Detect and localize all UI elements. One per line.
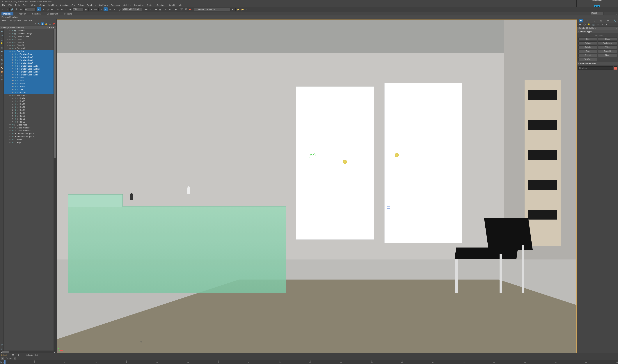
user-name[interactable]: tgmwnps: [592, 0, 602, 1]
more-icon[interactable]: »: [245, 7, 249, 12]
primitive-geosphere-button[interactable]: GeoSphere: [598, 41, 617, 45]
visibility-icon[interactable]: 👁: [9, 142, 11, 143]
angle-snap-icon[interactable]: ∠: [103, 7, 108, 12]
tree-row[interactable]: 👁❄□FurnitureDoor: [4, 53, 56, 56]
ribbon-panel-label[interactable]: Polygon Modeling: [0, 15, 618, 19]
freeze-icon[interactable]: ❄: [14, 62, 17, 64]
freeze-icon[interactable]: ❄: [14, 71, 17, 73]
menu-file[interactable]: File: [1, 4, 7, 7]
freeze-icon[interactable]: ❄: [11, 124, 14, 126]
tree-row[interactable]: ▸👁❄◇Chair01*: [4, 41, 56, 44]
explorer-filter-icon[interactable]: ▼: [41, 23, 44, 26]
track-prev-icon[interactable]: ◂: [1, 357, 4, 360]
freeze-icon[interactable]: ❄: [14, 68, 17, 70]
tree-row[interactable]: 👁❄◯Glass vase*: [4, 123, 56, 126]
freeze-icon[interactable]: ❄: [11, 41, 14, 44]
layer-stack-icon[interactable]: ≣: [11, 353, 15, 356]
tree-row[interactable]: 👁❄□Box15: [4, 100, 56, 103]
tree-row[interactable]: 👁❄✷PhotometricLight002*: [4, 135, 56, 138]
subtab-systems-icon[interactable]: ✱: [605, 23, 608, 26]
tree-row[interactable]: 👁❄□Box22: [4, 120, 56, 123]
visibility-icon[interactable]: 👁: [11, 59, 14, 61]
link-icon[interactable]: 🔗: [10, 7, 14, 12]
visibility-icon[interactable]: 👁: [11, 71, 14, 73]
subtab-cameras-icon[interactable]: 📷: [592, 23, 595, 26]
primitive-plane-button[interactable]: Plane: [598, 53, 617, 57]
window-crossing-icon[interactable]: ⊞: [50, 7, 54, 12]
tree-row[interactable]: 👁❄□Shelf4: [4, 82, 56, 85]
primitive-teapot-button[interactable]: Teapot: [579, 53, 597, 57]
menu-graph-editors[interactable]: Graph Editors: [70, 4, 86, 7]
visibility-icon[interactable]: 👁: [11, 91, 14, 93]
ribbon-tab-populate[interactable]: Populate: [62, 12, 74, 15]
filter-hidden-icon[interactable]: 👁: [0, 78, 3, 81]
visibility-icon[interactable]: 👁: [11, 121, 14, 123]
freeze-icon[interactable]: ❄: [11, 141, 14, 144]
visibility-icon[interactable]: 👁: [11, 89, 14, 91]
menu-group[interactable]: Group: [21, 4, 30, 7]
layer-add-icon[interactable]: ⊞: [17, 353, 21, 356]
tab-utilities-icon[interactable]: 🔧: [613, 19, 617, 23]
freeze-icon[interactable]: ❄: [14, 91, 17, 94]
visibility-icon[interactable]: 👁: [9, 124, 11, 126]
ribbon-tab-freeform[interactable]: Freeform: [16, 12, 28, 15]
ribbon-collapse-icon[interactable]: ⏷: [615, 13, 618, 15]
tree-row[interactable]: 👁❄□Bottom: [4, 91, 56, 94]
tree-row[interactable]: 👁❄□FurnitureDoorHandle4: [4, 73, 56, 76]
object-name-input[interactable]: [579, 66, 613, 70]
freeze-icon[interactable]: ❄: [11, 130, 14, 132]
freeze-icon[interactable]: ❄: [14, 121, 17, 123]
tree-row[interactable]: 👁❄□Box20: [4, 115, 56, 117]
tree-row[interactable]: 👁❄☀Daylight01*: [4, 47, 56, 50]
tree-row[interactable]: 👁❄□Glass window 2: [4, 129, 56, 132]
filter-frozen-icon[interactable]: ❄: [0, 74, 3, 77]
visibility-icon[interactable]: 👁: [9, 50, 11, 52]
freeze-icon[interactable]: ❄: [11, 29, 14, 32]
menu-substance[interactable]: Substance: [155, 4, 167, 7]
visibility-icon[interactable]: 👁: [11, 62, 14, 64]
freeze-icon[interactable]: ❄: [11, 132, 14, 135]
tree-row[interactable]: 👁❄◯Ceramic vase*: [4, 35, 56, 38]
freeze-icon[interactable]: ❄: [14, 79, 17, 82]
visibility-icon[interactable]: 👁: [11, 56, 14, 58]
filter-funnel-icon[interactable]: ▽: [0, 344, 3, 347]
tree-row[interactable]: 👁❄📷Camera01: [4, 29, 56, 32]
tree-row[interactable]: ▾👁❄◇Furniture 2*: [4, 94, 56, 97]
freeze-icon[interactable]: ❄: [11, 35, 14, 38]
select-object-icon[interactable]: ▭: [37, 7, 41, 12]
active-layer-label[interactable]: Default: [1, 354, 7, 356]
percent-snap-icon[interactable]: %: [108, 7, 112, 12]
selection-filter-dropdown[interactable]: All: [25, 8, 36, 11]
ribbon-tab-selection[interactable]: Selection: [30, 12, 42, 15]
category-dropdown[interactable]: Standard Primitives ▾: [577, 26, 618, 30]
tree-row[interactable]: ▾👁❄◇Furniture*: [4, 50, 56, 53]
visibility-icon[interactable]: 👁: [11, 77, 14, 79]
visibility-icon[interactable]: 👁: [9, 136, 11, 138]
explorer-display-icon[interactable]: ☰: [48, 23, 51, 26]
menu-civil-view[interactable]: Civil View: [98, 4, 109, 7]
manipulate-icon[interactable]: ✦: [89, 7, 93, 12]
subtab-spacewarps-icon[interactable]: ≋: [601, 23, 604, 26]
expand-arrow-icon[interactable]: ▾: [7, 50, 9, 52]
freeze-icon[interactable]: ❄: [14, 85, 17, 88]
filter-containers-icon[interactable]: 📦: [0, 70, 3, 73]
menu-views[interactable]: Views: [30, 4, 38, 7]
freeze-icon[interactable]: ❄: [14, 65, 17, 67]
menu-arnold[interactable]: Arnold: [167, 4, 176, 7]
menu-scripting[interactable]: Scripting: [122, 4, 133, 7]
freeze-icon[interactable]: ❄: [11, 50, 14, 52]
tree-row[interactable]: 👁❄□Shelf3: [4, 85, 56, 88]
autogrid-checkbox[interactable]: ☐ AutoGrid: [579, 34, 617, 37]
freeze-icon[interactable]: ❄: [11, 138, 14, 141]
pivot-icon[interactable]: ▦: [84, 7, 88, 12]
visibility-icon[interactable]: 👁: [11, 86, 14, 88]
primitive-cone-button[interactable]: Cone: [598, 37, 617, 41]
expand-arrow-icon[interactable]: ▾: [7, 94, 9, 96]
filter-geometry-icon[interactable]: ◇: [0, 34, 3, 37]
freeze-icon[interactable]: ❄: [11, 47, 14, 50]
align-icon[interactable]: ≑: [148, 7, 152, 12]
visibility-icon[interactable]: 👁: [11, 106, 14, 108]
tree-row[interactable]: ▸👁❄◇Chair02*: [4, 44, 56, 47]
freeze-icon[interactable]: ❄: [14, 97, 17, 100]
toggle-ribbon-icon[interactable]: ▤: [158, 7, 162, 12]
